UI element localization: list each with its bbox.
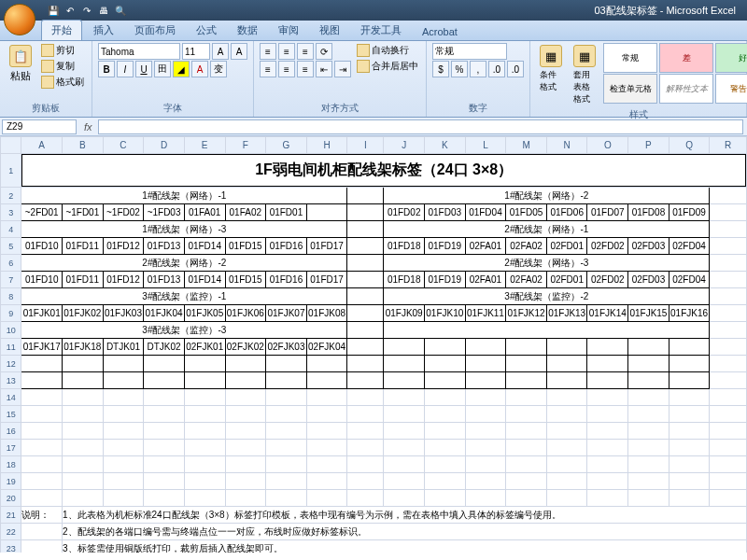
label-cell[interactable] xyxy=(63,372,104,389)
col-header[interactable]: J xyxy=(384,137,425,154)
label-cell[interactable]: ~1FD03 xyxy=(144,204,185,221)
cell[interactable] xyxy=(103,389,144,406)
cell[interactable] xyxy=(506,406,547,423)
label-cell[interactable] xyxy=(424,372,465,389)
comma-button[interactable]: , xyxy=(470,61,486,77)
label-cell[interactable] xyxy=(225,356,266,372)
cell[interactable] xyxy=(184,490,225,507)
label-cell[interactable]: 02FD03 xyxy=(628,238,669,255)
label-cell[interactable] xyxy=(587,339,628,356)
cell[interactable] xyxy=(225,456,266,473)
formula-input[interactable] xyxy=(98,119,743,134)
label-cell[interactable]: 01FJK01 xyxy=(21,305,63,322)
label-cell[interactable]: 01FD11 xyxy=(63,238,104,255)
label-cell[interactable]: 01FJK09 xyxy=(384,305,425,322)
label-cell[interactable] xyxy=(506,339,547,356)
align-top-button[interactable]: ≡ xyxy=(260,43,276,60)
copy-button[interactable]: 复制 xyxy=(39,59,86,74)
label-cell[interactable]: 01FJK04 xyxy=(144,305,185,322)
label-cell[interactable] xyxy=(546,372,587,389)
cell[interactable] xyxy=(465,473,506,490)
cell[interactable] xyxy=(225,423,266,440)
cell[interactable] xyxy=(266,406,307,423)
number-format-combo[interactable] xyxy=(432,43,507,60)
label-cell[interactable]: 01FD04 xyxy=(465,204,506,221)
cell[interactable] xyxy=(546,423,587,440)
col-header[interactable]: O xyxy=(587,137,628,154)
label-cell[interactable] xyxy=(424,339,465,356)
label-cell[interactable]: 01FJK13 xyxy=(546,305,587,322)
col-header[interactable]: H xyxy=(306,137,347,154)
cell[interactable] xyxy=(384,389,425,406)
col-header[interactable]: E xyxy=(184,137,225,154)
label-cell[interactable]: 01FJK14 xyxy=(587,305,628,322)
cell[interactable] xyxy=(63,473,104,490)
label-cell[interactable]: 01FD14 xyxy=(184,272,225,288)
cell[interactable] xyxy=(710,423,747,440)
cell[interactable] xyxy=(184,440,225,456)
cell[interactable] xyxy=(465,406,506,423)
font-color-button[interactable]: A xyxy=(191,61,208,77)
cell[interactable] xyxy=(424,440,465,456)
align-center-button[interactable]: ≡ xyxy=(278,61,295,77)
col-header[interactable]: K xyxy=(424,137,465,154)
label-cell[interactable]: 01FD03 xyxy=(424,204,465,221)
label-cell[interactable]: 02FJK03 xyxy=(266,339,307,356)
label-cell[interactable]: ~1FD02 xyxy=(103,204,144,221)
cell[interactable] xyxy=(266,490,307,507)
qat-redo-icon[interactable]: ↷ xyxy=(80,4,93,17)
col-header[interactable]: F xyxy=(225,137,266,154)
label-cell[interactable]: 02FA02 xyxy=(506,238,547,255)
label-cell[interactable]: DTJK02 xyxy=(144,339,185,356)
label-cell[interactable]: 01FJK18 xyxy=(63,339,104,356)
cell[interactable] xyxy=(306,423,347,440)
font-size-combo[interactable] xyxy=(182,43,210,60)
label-cell[interactable] xyxy=(587,356,628,372)
cell[interactable] xyxy=(103,456,144,473)
label-cell[interactable]: 02FD01 xyxy=(546,272,587,288)
cell[interactable] xyxy=(144,423,185,440)
cell[interactable] xyxy=(628,456,669,473)
label-cell[interactable]: 01FD14 xyxy=(184,238,225,255)
grow-font-button[interactable]: A xyxy=(212,43,229,60)
row-header[interactable]: 3 xyxy=(1,204,21,221)
cell[interactable] xyxy=(347,406,384,423)
cell[interactable] xyxy=(306,389,347,406)
indent-dec-button[interactable]: ⇤ xyxy=(316,61,332,77)
label-cell[interactable]: ~2FD01 xyxy=(21,204,63,221)
row-header[interactable]: 9 xyxy=(1,305,21,322)
cell[interactable] xyxy=(465,490,506,507)
label-cell[interactable]: 01FD05 xyxy=(506,204,547,221)
cell[interactable] xyxy=(21,423,63,440)
label-cell[interactable]: 01FJK11 xyxy=(465,305,506,322)
cell[interactable] xyxy=(628,473,669,490)
qat-print-icon[interactable]: 🖶 xyxy=(97,4,110,17)
label-cell[interactable]: 01FD10 xyxy=(21,238,63,255)
col-header[interactable]: P xyxy=(628,137,669,154)
cell[interactable] xyxy=(465,456,506,473)
label-cell[interactable] xyxy=(424,356,465,372)
label-cell[interactable] xyxy=(465,372,506,389)
label-cell[interactable] xyxy=(628,356,669,372)
cell[interactable] xyxy=(184,423,225,440)
label-cell[interactable]: 02FD04 xyxy=(669,238,710,255)
col-header[interactable]: C xyxy=(103,137,144,154)
fill-color-button[interactable]: ◢ xyxy=(173,61,190,77)
label-cell[interactable]: 02FD02 xyxy=(587,238,628,255)
label-cell[interactable]: 01FJK02 xyxy=(63,305,104,322)
cell[interactable] xyxy=(225,440,266,456)
cell[interactable] xyxy=(144,406,185,423)
cell[interactable] xyxy=(424,389,465,406)
label-cell[interactable] xyxy=(384,339,425,356)
font-name-combo[interactable] xyxy=(98,43,180,60)
label-cell[interactable]: ~1FD01 xyxy=(63,204,104,221)
cell[interactable] xyxy=(225,473,266,490)
label-cell[interactable]: 01FD17 xyxy=(306,272,347,288)
label-cell[interactable]: 01FD02 xyxy=(384,204,425,221)
label-cell[interactable]: 01FJK07 xyxy=(266,305,307,322)
col-header[interactable]: Q xyxy=(669,137,710,154)
col-header[interactable]: B xyxy=(63,137,104,154)
label-cell[interactable]: 01FD01 xyxy=(266,204,307,221)
row-header[interactable]: 20 xyxy=(1,490,21,507)
italic-button[interactable]: I xyxy=(117,61,134,77)
